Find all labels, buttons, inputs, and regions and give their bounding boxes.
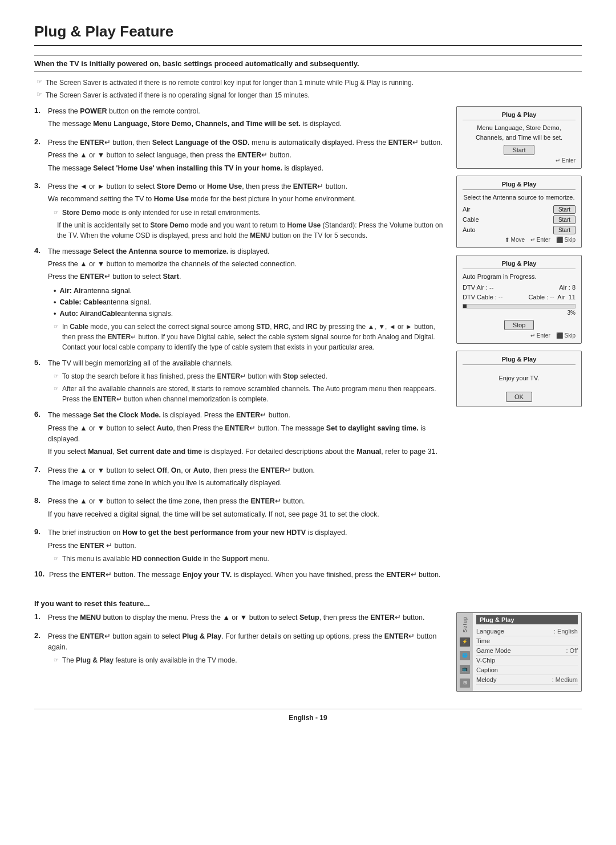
- reset-step-1-content: Press the MENU button to display the men…: [48, 612, 445, 625]
- reset-step-1-line-1: Press the MENU button to display the men…: [48, 612, 445, 623]
- setup-row-caption-label: Caption: [476, 667, 498, 673]
- dialog-2-air-btn[interactable]: Start: [553, 205, 576, 214]
- bullet-cable: Cable: Cable antenna signal.: [54, 296, 445, 308]
- dialog-4-btn-row: OK: [463, 392, 576, 402]
- dialog-2-row-air: Air Start: [463, 205, 576, 214]
- step-6-line-3: If you select Manual, Set current date a…: [48, 446, 445, 457]
- step-8-line-2: If you have received a digital signal, t…: [48, 509, 445, 520]
- step-2-line-2: Press the ▲ or ▼ button to select langua…: [48, 150, 445, 161]
- dialog-3-btn-row: Stop: [463, 320, 576, 330]
- dialog-1: Plug & Play Menu Language, Store Demo, C…: [456, 106, 582, 169]
- step-4-bullets: Air: Air antenna signal. Cable: Cable an…: [48, 285, 445, 319]
- steps-left: 1. Press the POWER button on the remote …: [34, 106, 445, 588]
- step-7-num: 7.: [34, 465, 43, 474]
- dialog-2-move: ⬆ Move: [505, 237, 525, 243]
- intro-note-text-1: The Screen Saver is activated if there i…: [46, 78, 414, 88]
- dialog-3-stop-btn[interactable]: Stop: [504, 320, 534, 330]
- step-8-content: Press the ▲ or ▼ button to select the ti…: [48, 496, 445, 522]
- dialog-2-cable-btn[interactable]: Start: [553, 216, 576, 224]
- reset-section-title: If you want to reset this feature...: [34, 599, 582, 608]
- dialog-2-rows: Air Start Cable Start Auto Start: [463, 205, 576, 234]
- step-4-sub-note-1: ☞ In Cable mode, you can select the corr…: [48, 322, 445, 352]
- step-3-sub-note-2: If the unit is accidentally set to Store…: [48, 220, 445, 241]
- dialog-3-footer: ↵ Enter ⬛ Skip: [463, 332, 576, 339]
- setup-menu-dialog: Setup ⚡ 🌐 📺 ⊞ Plug & Play Language : Eng…: [456, 612, 582, 692]
- step-2: 2. Press the ENTER↵ button, then Select …: [34, 137, 445, 176]
- reset-step-2-content: Press the ENTER↵ button again to select …: [48, 631, 445, 666]
- dialog-2-body: Select the Antenna source to memorize.: [463, 193, 576, 202]
- dialog-1-title: Plug & Play: [463, 111, 576, 120]
- setup-row-gamemode-label: Game Mode: [476, 647, 511, 654]
- step-5-sub-note-1: ☞ To stop the search before it has finis…: [48, 371, 445, 381]
- dialog-2-row-auto: Auto Start: [463, 226, 576, 234]
- dialog-2-cable-label: Cable: [463, 216, 479, 223]
- setup-row-time-label: Time: [476, 637, 490, 644]
- setup-icon-lang: 🌐: [460, 651, 470, 660]
- reset-step-2-num: 2.: [34, 631, 43, 640]
- intro-note-1: ☞ The Screen Saver is activated if there…: [34, 78, 582, 88]
- dialog-1-footer: ↵ Enter: [463, 157, 576, 164]
- reset-steps-left: 1. Press the MENU button to display the …: [34, 612, 445, 692]
- note-icon-1: ☞: [37, 78, 42, 86]
- step-3-sub-note-1: ☞ Store Demo mode is only intended for u…: [48, 208, 445, 218]
- dialog-4: Plug & Play Enjoy your TV. OK: [456, 351, 582, 407]
- step-10: 10. Press the ENTER↵ button. The message…: [34, 570, 445, 582]
- footer-text: English - 19: [289, 714, 327, 722]
- bullet-auto: Auto: Air and Cable antenna signals.: [54, 308, 445, 319]
- step-1-line-2: The message Menu Language, Store Demo, C…: [48, 119, 445, 129]
- step-2-line-3: The message Select 'Home Use' when insta…: [48, 163, 445, 174]
- step-4-num: 4.: [34, 246, 43, 255]
- step-2-line-1: Press the ENTER↵ button, then Select Lan…: [48, 137, 445, 148]
- intro-notes: ☞ The Screen Saver is activated if there…: [34, 78, 582, 100]
- setup-icon-plug: ⚡: [460, 637, 470, 647]
- step-6: 6. The message Set the Clock Mode. is di…: [34, 410, 445, 460]
- step-7: 7. Press the ▲ or ▼ button to select Off…: [34, 465, 445, 491]
- step-10-content: Press the ENTER↵ button. The message Enj…: [49, 570, 445, 582]
- dialog-1-btn-row: Start: [463, 145, 576, 155]
- step-4-line-1: The message Select the Antenna source to…: [48, 246, 445, 257]
- step-8: 8. Press the ▲ or ▼ button to select the…: [34, 496, 445, 522]
- step-3: 3. Press the ◄ or ► button to select Sto…: [34, 181, 445, 241]
- dialog-2-row-cable: Cable Start: [463, 216, 576, 224]
- setup-icon-tv: 📺: [460, 665, 470, 674]
- intro-note-2: ☞ The Screen Saver is activated if there…: [34, 90, 582, 100]
- dialog-1-start-btn[interactable]: Start: [504, 145, 534, 155]
- step-1-num: 1.: [34, 106, 43, 115]
- setup-menu-container: Setup ⚡ 🌐 📺 ⊞ Plug & Play Language : Eng…: [456, 612, 582, 692]
- step-5: 5. The TV will begin memorizing all of t…: [34, 358, 445, 404]
- step-9-num: 9.: [34, 527, 43, 536]
- step-4-line-3: Press the ENTER↵ button to select Start.: [48, 271, 445, 282]
- step-5-num: 5.: [34, 358, 43, 367]
- dialogs-column: Plug & Play Menu Language, Store Demo, C…: [456, 106, 582, 588]
- step-7-line-2: The image to select time zone in which y…: [48, 478, 445, 489]
- setup-row-gamemode-value: : Off: [566, 647, 578, 654]
- dialog-3-progress-fill: [463, 304, 467, 308]
- intro-note-text-2: The Screen Saver is activated if there i…: [46, 90, 310, 100]
- step-10-num: 10.: [34, 570, 44, 578]
- dialog-2-enter: ↵ Enter: [530, 237, 550, 243]
- dialog-3-progress-pct: 3%: [463, 308, 576, 317]
- reset-section: If you want to reset this feature... 1. …: [34, 599, 582, 692]
- setup-row-caption: Caption: [476, 665, 578, 675]
- dialog-2-auto-btn[interactable]: Start: [553, 226, 576, 234]
- dialog-3-dtv-air: Auto Program in Progress.: [463, 272, 576, 282]
- step-9-line-2: Press the ENTER ↵ button.: [48, 541, 445, 551]
- dialog-2-skip: ⬛ Skip: [556, 237, 576, 243]
- dialog-4-title: Plug & Play: [463, 356, 576, 365]
- step-6-content: The message Set the Clock Mode. is displ…: [48, 410, 445, 460]
- setup-row-melody-label: Melody: [476, 676, 496, 683]
- reset-step-2-sub-note: ☞ The Plug & Play feature is only availa…: [48, 655, 445, 665]
- setup-row-language: Language : English: [476, 627, 578, 636]
- dialog-1-body: Menu Language, Store Demo, Channels, and…: [463, 123, 576, 142]
- step-3-line-2: We recommend setting the TV to Home Use …: [48, 194, 445, 205]
- dialog-3-progress-bar-container: [463, 304, 576, 308]
- step-4-line-2: Press the ▲ or ▼ button to memorize the …: [48, 259, 445, 270]
- dialog-3-body: Auto Program in Progress. DTV Air : -- A…: [463, 272, 576, 318]
- step-2-num: 2.: [34, 137, 43, 146]
- step-6-num: 6.: [34, 410, 43, 419]
- step-4-content: The message Select the Antenna source to…: [48, 246, 445, 352]
- dialog-2: Plug & Play Select the Antenna source to…: [456, 176, 582, 248]
- step-9-sub-note-1: ☞ This menu is available HD connection G…: [48, 554, 445, 564]
- step-4: 4. The message Select the Antenna source…: [34, 246, 445, 352]
- dialog-4-ok-btn[interactable]: OK: [506, 392, 532, 402]
